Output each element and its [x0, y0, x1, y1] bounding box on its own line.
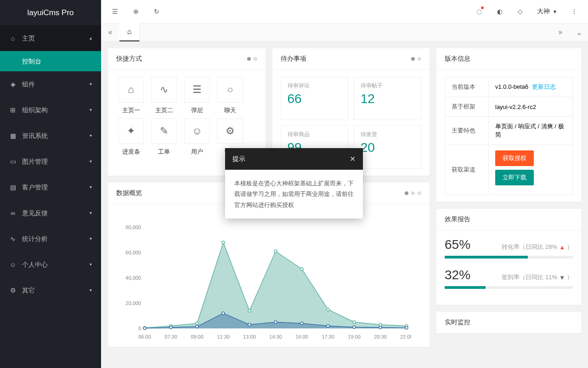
svg-point-20: [248, 310, 251, 312]
realtime-card: 实时监控: [436, 312, 581, 334]
signin-label: 签到率（日同比 11% ▼）: [502, 273, 573, 282]
svg-text:13:00: 13:00: [243, 334, 256, 339]
svg-point-21: [274, 250, 277, 253]
org-icon: ⊞: [9, 106, 17, 114]
svg-text:20,000: 20,000: [125, 300, 141, 306]
home-icon: ⌂: [9, 34, 17, 42]
nav-user[interactable]: ☺个人中心 ▾: [0, 252, 101, 277]
tab-next-icon[interactable]: »: [551, 23, 570, 41]
svg-point-33: [300, 322, 303, 325]
pulse-icon: ∿: [9, 235, 17, 242]
nav-grid[interactable]: ▦资讯系统 ▾: [0, 123, 101, 149]
todo-title: 待办事项: [281, 55, 306, 63]
svg-point-28: [170, 326, 172, 329]
overview-title: 数据概览: [116, 189, 142, 197]
gear-icon: ⚙: [9, 287, 17, 294]
nav-home[interactable]: ⌂主页 ▴: [0, 25, 101, 51]
svg-text:40,000: 40,000: [125, 275, 141, 281]
shortcut-item[interactable]: ⌂主页一: [116, 77, 146, 115]
svg-text:20:30: 20:30: [374, 334, 387, 339]
signin-bar: [445, 286, 486, 289]
carousel-dots[interactable]: [247, 57, 257, 61]
svg-text:60,000: 60,000: [125, 250, 141, 255]
svg-text:16:00: 16:00: [295, 334, 308, 339]
shortcuts-title: 快捷方式: [116, 55, 142, 63]
signin-pct: 32%: [445, 268, 470, 282]
svg-point-31: [248, 323, 251, 326]
link-icon: ∞: [9, 209, 17, 217]
svg-text:11:30: 11:30: [217, 334, 230, 339]
modal-title: 提示: [232, 155, 245, 163]
modal-body: 本模板是在贤心大神框架基础上扩展而来，下载请做学习之用，如需用于商业用途，请前往…: [225, 170, 363, 218]
conv-label: 转化率（日同比 28% ▲）: [502, 243, 573, 251]
svg-point-35: [353, 326, 356, 328]
user-menu[interactable]: 大神▼: [531, 7, 564, 16]
svg-point-27: [143, 327, 146, 329]
palette-icon[interactable]: ◐: [489, 0, 510, 23]
close-icon[interactable]: ✕: [350, 155, 356, 163]
svg-point-25: [379, 323, 382, 326]
tab-dropdown-icon[interactable]: ⌄: [570, 23, 588, 41]
svg-point-18: [196, 322, 198, 325]
conv-bar: [445, 256, 528, 259]
logo: layuiCms Pro: [0, 0, 101, 25]
nav-org[interactable]: ⊞组织架构 ▾: [0, 97, 101, 123]
carousel-dots[interactable]: [405, 191, 421, 195]
carousel-dots[interactable]: [411, 57, 421, 61]
shortcut-item[interactable]: ✎工单: [149, 118, 179, 156]
grid-icon: ▦: [9, 132, 17, 139]
tab-bar: « ⌂ » ⌄: [101, 23, 588, 41]
svg-point-37: [405, 327, 408, 329]
svg-text:06:00: 06:00: [138, 334, 151, 339]
traffic-chart: 020,00040,00060,00080,00006:0007:3009:00…: [108, 218, 430, 347]
svg-point-24: [353, 321, 356, 323]
svg-text:19:00: 19:00: [348, 334, 361, 339]
notif-icon[interactable]: ◌: [469, 0, 489, 23]
svg-point-36: [379, 326, 382, 329]
svg-text:09:00: 09:00: [191, 334, 204, 339]
svg-text:22:00: 22:00: [400, 334, 411, 339]
header: ☰ ⊕ ↻ ◌ ◐ ◇ 大神▼ ⋮: [101, 0, 588, 23]
version-title: 版本信息: [445, 55, 470, 63]
svg-point-19: [222, 241, 225, 244]
svg-text:80,000: 80,000: [125, 224, 141, 230]
shortcut-item[interactable]: ☺用户: [182, 118, 212, 156]
more-icon[interactable]: ⋮: [564, 0, 584, 23]
auth-button[interactable]: 获取授权: [495, 150, 534, 166]
tab-prev-icon[interactable]: «: [101, 23, 119, 41]
shortcut-item[interactable]: ∿主页二: [149, 77, 179, 115]
conv-pct: 65%: [445, 237, 470, 252]
nav-cube[interactable]: ◈组件 ▾: [0, 71, 101, 97]
img-icon: ▭: [9, 158, 17, 165]
svg-text:14:30: 14:30: [269, 334, 282, 339]
version-card: 版本信息 当前版本v1.0.0-beta6 更新日志 基于框架layui-v2.…: [436, 48, 581, 202]
tag-icon[interactable]: ◇: [510, 0, 531, 23]
doc-icon: ▤: [9, 184, 17, 191]
svg-point-32: [274, 321, 277, 323]
nav-pulse[interactable]: ∿统计分析 ▾: [0, 226, 101, 252]
tab-home[interactable]: ⌂: [119, 23, 140, 41]
effect-title: 效果报告: [445, 215, 470, 224]
svg-point-30: [222, 312, 225, 315]
sidebar: layuiCms Pro ⌂主页 ▴控制台 ◈组件 ▾ ⊞组织架构 ▾ ▦资讯系…: [0, 0, 101, 368]
svg-point-23: [327, 308, 329, 311]
todo-item[interactable]: 待审帖子12: [354, 77, 421, 120]
nav-gear[interactable]: ⚙其它 ▾: [0, 277, 101, 303]
nav-console[interactable]: 控制台: [0, 51, 101, 71]
globe-icon[interactable]: ⊕: [125, 0, 146, 23]
shortcut-item[interactable]: ○聊天: [215, 77, 245, 115]
shortcut-item[interactable]: ☰弹层: [182, 77, 212, 115]
download-button[interactable]: 立即下载: [495, 170, 534, 185]
menu-collapse-icon[interactable]: ☰: [105, 0, 125, 23]
version-table: 当前版本v1.0.0-beta6 更新日志 基于框架layui-v2.2.6-r…: [445, 77, 573, 195]
nav-doc[interactable]: ▤客户管理 ▾: [0, 174, 101, 200]
todo-item[interactable]: 待审评论66: [281, 77, 348, 120]
todo-item[interactable]: 待发货20: [354, 126, 421, 169]
changelog-link[interactable]: 更新日志: [532, 83, 556, 90]
svg-text:07:30: 07:30: [164, 334, 177, 339]
svg-text:17:30: 17:30: [322, 334, 334, 339]
refresh-icon[interactable]: ↻: [146, 0, 167, 23]
shortcut-item[interactable]: ✦进度条: [116, 118, 146, 156]
nav-img[interactable]: ▭图片管理 ▾: [0, 149, 101, 174]
nav-link[interactable]: ∞意见反馈 ▾: [0, 200, 101, 226]
